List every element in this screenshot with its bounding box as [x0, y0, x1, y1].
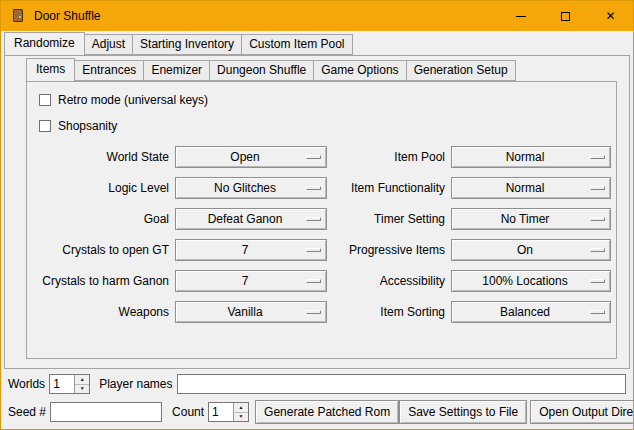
tab-adjust[interactable]: Adjust [84, 34, 133, 55]
tab-entrances[interactable]: Entrances [74, 60, 144, 81]
options-grid: World State Open Item Pool Normal Logic … [31, 146, 616, 323]
save-settings-button[interactable]: Save Settings to File [399, 400, 527, 424]
titlebar[interactable]: Door Shuffle ✕ [1, 1, 633, 31]
dropdown-indicator-icon [590, 186, 605, 190]
crystals-ganon-label: Crystals to harm Ganon [31, 270, 169, 292]
crystals-gt-label: Crystals to open GT [31, 239, 169, 261]
items-pane: Retro mode (universal keys) Shopsanity W… [26, 81, 617, 359]
crystals-gt-dropdown[interactable]: 7 [175, 239, 327, 261]
count-label: Count [172, 405, 204, 419]
weapons-label: Weapons [31, 301, 169, 323]
count-spinbox[interactable]: ▲ ▼ [208, 402, 249, 422]
seed-label: Seed # [8, 405, 46, 419]
minimize-icon [516, 16, 526, 17]
tab-randomize[interactable]: Randomize [4, 32, 85, 56]
randomize-pane: Items Entrances Enemizer Dungeon Shuffle… [4, 55, 630, 369]
timer-setting-label: Timer Setting [333, 208, 445, 230]
retro-mode-label: Retro mode (universal keys) [58, 93, 208, 107]
goal-value: Defeat Ganon [208, 212, 295, 226]
worlds-input[interactable] [50, 375, 74, 393]
retro-mode-row: Retro mode (universal keys) [39, 92, 616, 108]
seed-input[interactable] [50, 402, 162, 422]
dropdown-indicator-icon [306, 248, 321, 252]
player-names-label: Player names [99, 377, 172, 391]
dropdown-indicator-icon [590, 248, 605, 252]
generate-patched-rom-button[interactable]: Generate Patched Rom [255, 400, 399, 424]
accessibility-value: 100% Locations [482, 274, 579, 288]
maximize-icon [561, 12, 570, 21]
caption-buttons: ✕ [498, 1, 633, 31]
goal-label: Goal [31, 208, 169, 230]
main-tab-bar: Randomize Adjust Starting Inventory Cust… [4, 32, 353, 55]
tab-generation-setup[interactable]: Generation Setup [406, 60, 516, 81]
app-window: Door Shuffle ✕ Randomize Adjust Starting… [0, 0, 634, 430]
crystals-gt-value: 7 [242, 243, 261, 257]
dropdown-indicator-icon [306, 217, 321, 221]
minimize-button[interactable] [498, 1, 543, 31]
dropdown-indicator-icon [590, 217, 605, 221]
crystals-ganon-dropdown[interactable]: 7 [175, 270, 327, 292]
world-state-dropdown[interactable]: Open [175, 146, 327, 168]
progressive-items-dropdown[interactable]: On [451, 239, 611, 261]
dropdown-indicator-icon [306, 279, 321, 283]
tab-starting-inventory[interactable]: Starting Inventory [132, 34, 242, 55]
item-pool-value: Normal [506, 150, 557, 164]
weapons-value: Vanilla [227, 305, 274, 319]
retro-mode-checkbox[interactable] [39, 94, 51, 106]
dropdown-indicator-icon [590, 279, 605, 283]
shopsanity-checkbox[interactable] [39, 120, 51, 132]
logic-level-dropdown[interactable]: No Glitches [175, 177, 327, 199]
progressive-items-label: Progressive Items [333, 239, 445, 261]
dropdown-indicator-icon [590, 310, 605, 314]
logic-level-label: Logic Level [31, 177, 169, 199]
worlds-label: Worlds [8, 377, 45, 391]
arrow-up-icon: ▲ [80, 377, 85, 382]
player-names-input[interactable] [177, 374, 627, 394]
door-icon [13, 9, 23, 22]
accessibility-label: Accessibility [333, 270, 445, 292]
count-spin-down-button[interactable]: ▼ [234, 412, 248, 422]
window-title: Door Shuffle [34, 9, 101, 23]
tab-items[interactable]: Items [26, 58, 75, 82]
dropdown-indicator-icon [306, 186, 321, 190]
timer-setting-dropdown[interactable]: No Timer [451, 208, 611, 230]
item-sorting-dropdown[interactable]: Balanced [451, 301, 611, 323]
tab-game-options[interactable]: Game Options [313, 60, 406, 81]
dropdown-indicator-icon [306, 155, 321, 159]
item-pool-dropdown[interactable]: Normal [451, 146, 611, 168]
shopsanity-label: Shopsanity [58, 119, 117, 133]
arrow-up-icon: ▲ [239, 405, 244, 410]
item-functionality-value: Normal [506, 181, 557, 195]
count-spin-arrows: ▲ ▼ [233, 403, 248, 421]
sub-tab-bar: Items Entrances Enemizer Dungeon Shuffle… [26, 58, 629, 81]
item-sorting-value: Balanced [500, 305, 562, 319]
item-pool-label: Item Pool [333, 146, 445, 168]
tab-dungeon-shuffle[interactable]: Dungeon Shuffle [209, 60, 314, 81]
close-button[interactable]: ✕ [588, 1, 633, 31]
arrow-down-icon: ▼ [239, 414, 244, 419]
logic-level-value: No Glitches [214, 181, 288, 195]
tab-custom-item-pool[interactable]: Custom Item Pool [241, 34, 352, 55]
world-state-value: Open [230, 150, 271, 164]
arrow-down-icon: ▼ [80, 386, 85, 391]
open-output-directory-button[interactable]: Open Output Directory [530, 400, 634, 424]
item-functionality-label: Item Functionality [333, 177, 445, 199]
accessibility-dropdown[interactable]: 100% Locations [451, 270, 611, 292]
tab-enemizer[interactable]: Enemizer [143, 60, 210, 81]
dropdown-indicator-icon [590, 155, 605, 159]
generate-row: Seed # Count ▲ ▼ Generate Patched Rom Sa… [8, 400, 627, 424]
maximize-button[interactable] [543, 1, 588, 31]
item-functionality-dropdown[interactable]: Normal [451, 177, 611, 199]
worlds-spinbox[interactable]: ▲ ▼ [49, 374, 90, 394]
app-icon [10, 8, 26, 24]
count-spin-up-button[interactable]: ▲ [234, 403, 248, 412]
worlds-spin-down-button[interactable]: ▼ [75, 384, 89, 394]
weapons-dropdown[interactable]: Vanilla [175, 301, 327, 323]
shopsanity-row: Shopsanity [39, 118, 616, 134]
worlds-spin-up-button[interactable]: ▲ [75, 375, 89, 384]
progressive-items-value: On [517, 243, 545, 257]
dropdown-indicator-icon [306, 310, 321, 314]
timer-setting-value: No Timer [501, 212, 562, 226]
count-input[interactable] [209, 403, 233, 421]
goal-dropdown[interactable]: Defeat Ganon [175, 208, 327, 230]
